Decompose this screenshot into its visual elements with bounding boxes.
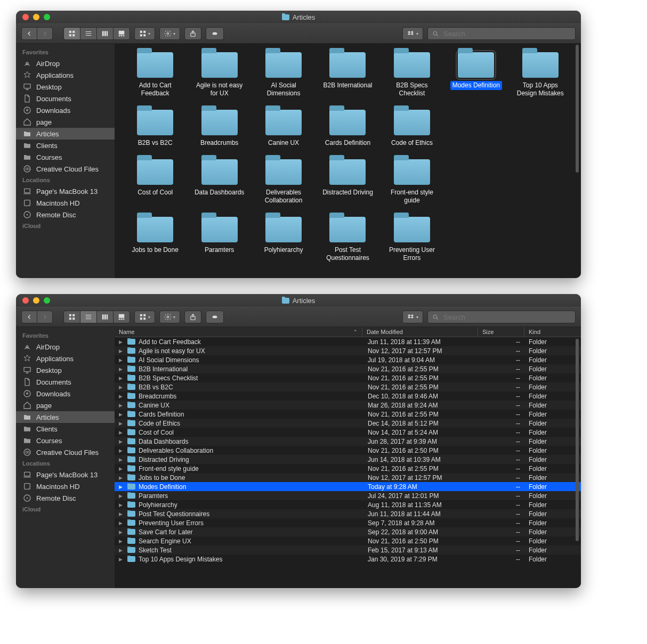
- disclosure-triangle-icon[interactable]: ▶: [119, 357, 124, 363]
- table-row[interactable]: ▶Search Engine UXNov 21, 2016 at 2:50 PM…: [115, 536, 581, 545]
- disclosure-triangle-icon[interactable]: ▶: [119, 520, 124, 526]
- share-button[interactable]: [184, 311, 201, 323]
- disclosure-triangle-icon[interactable]: ▶: [119, 466, 124, 471]
- table-row[interactable]: ▶PolyhierarchyAug 11, 2018 at 11:35 AM--…: [115, 500, 581, 509]
- disclosure-triangle-icon[interactable]: ▶: [119, 557, 124, 562]
- sidebar-item-page[interactable]: page: [16, 400, 115, 411]
- dropbox-button[interactable]: ▾: [402, 311, 423, 323]
- table-row[interactable]: ▶Canine UXMar 26, 2018 at 9:24 AM--Folde…: [115, 401, 581, 410]
- folder-item[interactable]: AI Social Dimensions: [254, 50, 313, 98]
- disclosure-triangle-icon[interactable]: ▶: [119, 430, 124, 435]
- share-button[interactable]: [184, 27, 201, 40]
- sidebar-item-documents[interactable]: Documents: [16, 376, 115, 388]
- search-input[interactable]: [442, 29, 571, 38]
- action-button[interactable]: ▾: [159, 311, 180, 323]
- disclosure-triangle-icon[interactable]: ▶: [119, 448, 124, 453]
- back-button[interactable]: [21, 27, 37, 40]
- folder-item[interactable]: B2B vs B2C: [125, 108, 185, 148]
- view-icon-button[interactable]: [63, 27, 80, 40]
- sidebar-item-desktop[interactable]: Desktop: [16, 364, 115, 376]
- disclosure-triangle-icon[interactable]: ▶: [119, 421, 124, 426]
- disclosure-triangle-icon[interactable]: ▶: [119, 539, 124, 544]
- forward-button[interactable]: [37, 27, 53, 40]
- folder-item[interactable]: Agile is not easy for UX: [189, 50, 249, 98]
- view-gallery-button[interactable]: [113, 311, 130, 323]
- tags-button[interactable]: [206, 311, 224, 323]
- disclosure-triangle-icon[interactable]: ▶: [119, 385, 124, 390]
- folder-item[interactable]: Canine UX: [254, 108, 313, 148]
- folder-item[interactable]: Add to Cart Feedback: [125, 50, 185, 98]
- table-row[interactable]: ▶Jobs to be DoneNov 12, 2017 at 12:57 PM…: [115, 473, 581, 482]
- table-row[interactable]: ▶Distracted DrivingJun 14, 2018 at 10:39…: [115, 455, 581, 464]
- disclosure-triangle-icon[interactable]: ▶: [119, 376, 124, 381]
- table-row[interactable]: ▶Save Cart for LaterSep 22, 2018 at 9:00…: [115, 527, 581, 536]
- disclosure-triangle-icon[interactable]: ▶: [119, 339, 124, 345]
- sidebar-item-applications[interactable]: Applications: [16, 353, 115, 364]
- table-row[interactable]: ▶Data DashboardsJun 28, 2017 at 9:39 AM-…: [115, 437, 581, 446]
- table-row[interactable]: ▶Modes DefinitionToday at 9:28 AM--Folde…: [115, 482, 581, 491]
- sidebar-item-courses[interactable]: Courses: [16, 435, 115, 446]
- disclosure-triangle-icon[interactable]: ▶: [119, 348, 124, 354]
- folder-item[interactable]: Cards Definition: [318, 108, 377, 148]
- folder-item[interactable]: B2B International: [318, 50, 377, 98]
- zoom-button[interactable]: [44, 14, 50, 20]
- minimize-button[interactable]: [33, 297, 39, 304]
- view-icon-button[interactable]: [63, 311, 80, 323]
- search-input[interactable]: [442, 313, 571, 322]
- table-row[interactable]: ▶Top 10 Apps Design MistakesJan 30, 2019…: [115, 555, 581, 564]
- back-button[interactable]: [21, 311, 37, 323]
- scrollbar[interactable]: [575, 45, 580, 277]
- disclosure-triangle-icon[interactable]: ▶: [119, 366, 124, 372]
- table-row[interactable]: ▶Front-end style guideNov 21, 2016 at 2:…: [115, 464, 581, 473]
- column-header-date[interactable]: Date Modified: [362, 327, 478, 337]
- sidebar-item-page[interactable]: page: [16, 116, 115, 128]
- tags-button[interactable]: [206, 27, 224, 40]
- table-row[interactable]: ▶Agile is not easy for UXNov 12, 2017 at…: [115, 346, 581, 355]
- table-row[interactable]: ▶Post Test QuestionnairesJun 11, 2018 at…: [115, 509, 581, 518]
- sidebar-item-macintosh-hd[interactable]: Macintosh HD: [16, 197, 115, 209]
- folder-item[interactable]: Polyhierarchy: [254, 215, 313, 263]
- table-row[interactable]: ▶Add to Cart FeedbackJun 11, 2018 at 11:…: [115, 337, 581, 346]
- view-column-button[interactable]: [96, 27, 113, 40]
- view-column-button[interactable]: [96, 311, 113, 323]
- table-row[interactable]: ▶Cost of CoolNov 14, 2017 at 5:24 AM--Fo…: [115, 428, 581, 437]
- folder-item[interactable]: Deliverables Collaboration: [254, 157, 313, 205]
- table-row[interactable]: ▶Cards DefinitionNov 21, 2016 at 2:55 PM…: [115, 410, 581, 419]
- sidebar-item-page-s-macbook-13[interactable]: Page's MacBook 13: [16, 469, 115, 480]
- folder-item[interactable]: Jobs to be Done: [125, 215, 185, 263]
- search-field[interactable]: [427, 27, 576, 40]
- sidebar-item-airdrop[interactable]: AirDrop: [16, 58, 115, 69]
- folder-item[interactable]: Modes Definition: [446, 50, 506, 98]
- search-field[interactable]: [427, 311, 576, 323]
- sidebar-item-airdrop[interactable]: AirDrop: [16, 341, 115, 353]
- sidebar-item-creative-cloud-files[interactable]: Creative Cloud Files: [16, 163, 115, 175]
- disclosure-triangle-icon[interactable]: ▶: [119, 511, 124, 517]
- table-row[interactable]: ▶Code of EthicsDec 14, 2018 at 5:12 PM--…: [115, 419, 581, 428]
- action-button[interactable]: ▾: [159, 27, 180, 40]
- view-list-button[interactable]: [80, 27, 96, 40]
- disclosure-triangle-icon[interactable]: ▶: [119, 412, 124, 417]
- disclosure-triangle-icon[interactable]: ▶: [119, 493, 124, 499]
- sidebar-item-macintosh-hd[interactable]: Macintosh HD: [16, 480, 115, 492]
- disclosure-triangle-icon[interactable]: ▶: [119, 403, 124, 408]
- table-row[interactable]: ▶B2B Specs ChecklistNov 21, 2016 at 2:55…: [115, 373, 581, 382]
- folder-item[interactable]: Front-end style guide: [382, 157, 442, 205]
- zoom-button[interactable]: [44, 297, 50, 304]
- disclosure-triangle-icon[interactable]: ▶: [119, 457, 124, 462]
- close-button[interactable]: [22, 297, 29, 304]
- sidebar-item-remote-disc[interactable]: Remote Disc: [16, 209, 115, 221]
- disclosure-triangle-icon[interactable]: ▶: [119, 439, 124, 444]
- sidebar-item-page-s-macbook-13[interactable]: Page's MacBook 13: [16, 185, 115, 197]
- arrange-button[interactable]: ▾: [134, 27, 155, 40]
- sidebar-item-courses[interactable]: Courses: [16, 151, 115, 163]
- sidebar-item-remote-disc[interactable]: Remote Disc: [16, 492, 115, 504]
- sidebar-item-clients[interactable]: Clients: [16, 423, 115, 435]
- table-row[interactable]: ▶ParamtersJul 24, 2017 at 12:01 PM--Fold…: [115, 491, 581, 500]
- folder-item[interactable]: B2B Specs Checklist: [382, 50, 442, 98]
- folder-item[interactable]: Code of Ethics: [382, 108, 442, 148]
- sidebar-item-articles[interactable]: Articles: [16, 128, 115, 140]
- sidebar-item-articles[interactable]: Articles: [16, 411, 115, 423]
- column-header-size[interactable]: Size: [478, 327, 524, 337]
- sidebar-item-desktop[interactable]: Desktop: [16, 81, 115, 93]
- close-button[interactable]: [22, 14, 29, 20]
